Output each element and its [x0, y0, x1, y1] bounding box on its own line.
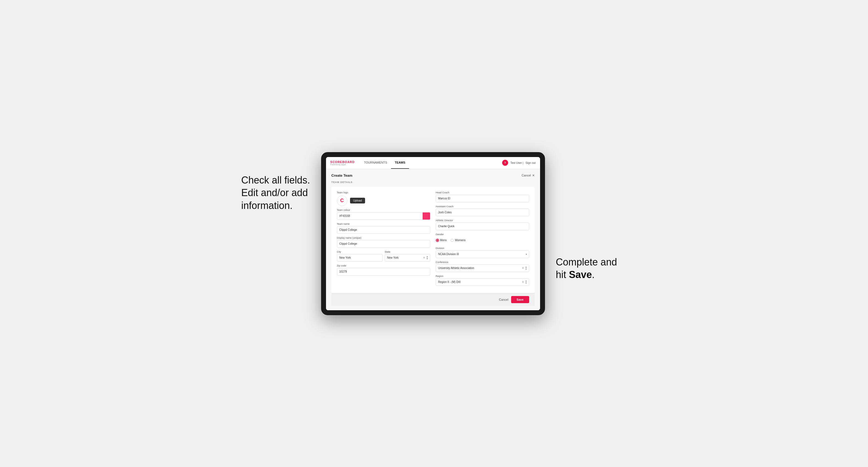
form-left-column: Team logo C Upload Team colo — [337, 191, 430, 289]
head-coach-label: Head Coach — [436, 191, 529, 194]
sign-out-link[interactable]: Sign out — [526, 161, 536, 164]
head-coach-input[interactable] — [436, 195, 529, 203]
region-value: Region II - (M) DIII — [438, 280, 522, 283]
city-state-row: City State New York ✕ ▲▼ — [337, 250, 430, 261]
form-container: Team logo C Upload Team colo — [332, 187, 535, 293]
conference-label: Conference — [436, 261, 529, 263]
navbar: SCOREBOARD Powered by clippd TOURNAMENTS… — [326, 157, 540, 169]
section-title: TEAM DETAILS — [332, 181, 535, 184]
assistant-coach-label: Assistant Coach — [436, 205, 529, 208]
gender-radio-group: Mens Womens — [436, 237, 529, 244]
assistant-coach-group: Assistant Coach — [436, 205, 529, 216]
user-label: Test User | — [510, 161, 523, 164]
conference-select[interactable]: University Athletic Association ✕ ▲▼ — [436, 264, 529, 272]
conference-value: University Athletic Association — [438, 267, 522, 270]
region-label: Region — [436, 275, 529, 277]
division-label: Division — [436, 247, 529, 250]
upload-button[interactable]: Upload — [350, 198, 365, 204]
display-name-label: Display name (unique) — [337, 237, 430, 239]
state-value: New York — [387, 256, 423, 259]
athletic-director-group: Athletic Director — [436, 219, 529, 230]
region-clear[interactable]: ✕ — [522, 280, 524, 283]
assistant-coach-input[interactable] — [436, 209, 529, 216]
logo-circle: C — [337, 195, 347, 206]
form-footer: Cancel Save — [332, 293, 535, 306]
gender-mens[interactable]: Mens — [436, 239, 447, 242]
form-columns: Team logo C Upload Team colo — [337, 191, 529, 289]
save-button[interactable]: Save — [511, 296, 529, 303]
city-input[interactable] — [337, 254, 382, 261]
form-right-column: Head Coach Assistant Coach Athletic Dire… — [436, 191, 529, 289]
display-name-input[interactable] — [337, 240, 430, 248]
head-coach-group: Head Coach — [436, 191, 529, 203]
logo-text: SCOREBOARD — [330, 160, 355, 164]
state-clear[interactable]: ✕ — [423, 256, 425, 259]
state-select[interactable]: New York ✕ ▲▼ — [385, 254, 430, 261]
user-avatar: T — [502, 160, 508, 166]
region-select[interactable]: Region II - (M) DIII ✕ ▲▼ — [436, 278, 529, 286]
athletic-director-label: Athletic Director — [436, 219, 529, 222]
tablet-device: SCOREBOARD Powered by clippd TOURNAMENTS… — [321, 152, 545, 315]
city-group: City — [337, 250, 382, 261]
state-label: State — [385, 250, 430, 253]
team-name-group: Team name — [337, 223, 430, 234]
zip-label: Zip code — [337, 264, 430, 267]
team-name-input[interactable] — [337, 226, 430, 234]
division-select-wrapper: NCAA Division III ▼ — [436, 250, 529, 258]
team-name-label: Team name — [337, 223, 430, 225]
colour-text-input[interactable] — [337, 212, 423, 220]
nav-links: TOURNAMENTS TEAMS — [360, 157, 502, 169]
conference-chevrons: ▲▼ — [525, 266, 527, 270]
region-group: Region Region II - (M) DIII ✕ ▲▼ — [436, 275, 529, 286]
mens-radio[interactable] — [436, 239, 439, 242]
state-group: State New York ✕ ▲▼ — [385, 250, 430, 261]
city-label: City — [337, 250, 382, 253]
main-content: Create Team Cancel ✕ TEAM DETAILS Team l… — [326, 169, 540, 310]
division-select[interactable]: NCAA Division III — [436, 250, 529, 258]
conference-clear[interactable]: ✕ — [522, 267, 524, 270]
colour-swatch[interactable] — [423, 212, 430, 220]
right-annotation: Complete and hit Save. — [556, 152, 627, 282]
cancel-footer-button[interactable]: Cancel — [499, 298, 508, 301]
tablet-screen: SCOREBOARD Powered by clippd TOURNAMENTS… — [326, 157, 540, 310]
navbar-right: T Test User | Sign out — [502, 160, 535, 166]
womens-radio[interactable] — [451, 239, 454, 242]
app-logo: SCOREBOARD Powered by clippd — [330, 160, 355, 165]
team-logo-section: Team logo C Upload — [337, 191, 430, 206]
zip-group: Zip code — [337, 264, 430, 276]
logo-sub: Powered by clippd — [330, 164, 355, 165]
conference-group: Conference University Athletic Associati… — [436, 261, 529, 272]
nav-teams[interactable]: TEAMS — [391, 157, 409, 169]
gender-group: Gender Mens Womens — [436, 233, 529, 244]
team-logo-label: Team logo — [337, 191, 430, 194]
athletic-director-input[interactable] — [436, 223, 529, 230]
colour-input-wrapper — [337, 212, 430, 220]
page-title: Create Team — [332, 174, 352, 178]
gender-womens[interactable]: Womens — [451, 239, 466, 242]
region-chevrons: ▲▼ — [525, 280, 527, 284]
cancel-top-button[interactable]: Cancel ✕ — [522, 174, 534, 177]
division-group: Division NCAA Division III ▼ — [436, 247, 529, 258]
team-colour-group: Team colour — [337, 209, 430, 220]
display-name-group: Display name (unique) — [337, 237, 430, 248]
page-header: Create Team Cancel ✕ — [332, 174, 535, 178]
gender-label: Gender — [436, 233, 529, 236]
left-annotation: Check all fields. Edit and/or add inform… — [241, 152, 310, 212]
state-chevrons: ▲▼ — [426, 256, 428, 260]
nav-tournaments[interactable]: TOURNAMENTS — [360, 157, 391, 169]
team-colour-label: Team colour — [337, 209, 430, 211]
zip-input[interactable] — [337, 268, 430, 276]
logo-preview-row: C Upload — [337, 195, 430, 206]
